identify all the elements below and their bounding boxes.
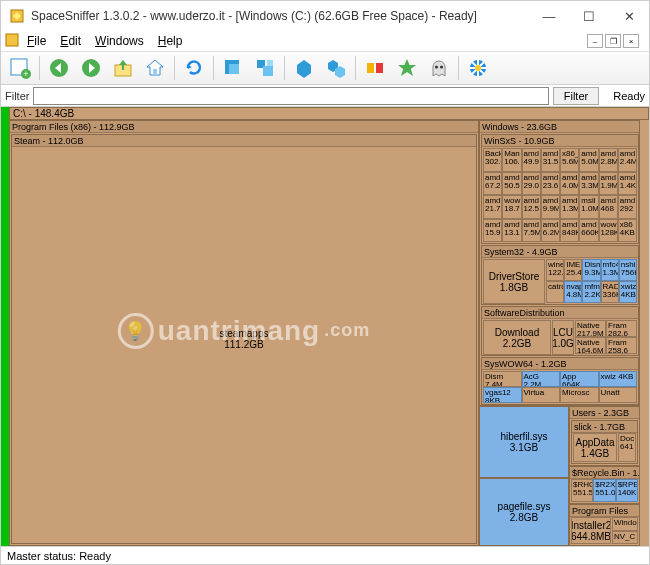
winsxs-cell[interactable]: amd 31.5 [541, 148, 560, 172]
settings-button[interactable] [463, 53, 493, 83]
block-program-files[interactable]: Program Files Installer2644.8MB WindoNV_… [569, 504, 640, 546]
syswow64-cell[interactable]: Virtua [522, 387, 561, 403]
winsxs-cell[interactable]: amd 9.9M [541, 195, 560, 219]
system32-cell[interactable]: xwiz 4KB [619, 281, 637, 303]
detail-less-button[interactable] [289, 53, 319, 83]
progfiles-cell[interactable]: Windo [612, 517, 638, 531]
syswow64-cell[interactable]: xwiz 4KB [599, 371, 638, 387]
root-label[interactable]: C:\ - 148.4GB [9, 107, 649, 120]
winsxs-cell[interactable]: amd 29.0 [522, 172, 541, 196]
tag-button[interactable] [360, 53, 390, 83]
close-button[interactable]: ✕ [609, 1, 649, 31]
winsxs-cell[interactable]: amd 12.5 [522, 195, 541, 219]
system32-cell[interactable]: catro [546, 281, 564, 303]
syswow64-cell[interactable]: App 664K [560, 371, 599, 387]
winsxs-cell[interactable]: amd 23.6 [541, 172, 560, 196]
filter-button[interactable]: Filter [553, 87, 599, 105]
winsxs-cell[interactable]: amd 49.9 [522, 148, 541, 172]
winsxs-cell[interactable]: amd 468 [599, 195, 618, 219]
block-softwaredistribution[interactable]: SoftwareDistribution Download2.2GB LCU1.… [481, 306, 639, 356]
forward-button[interactable] [76, 53, 106, 83]
menu-file[interactable]: File [21, 32, 52, 50]
syswow64-cell[interactable]: Dism 7.4M [483, 371, 522, 387]
syswow64-cell[interactable]: vgas12 8KB [483, 387, 522, 403]
winsxs-cell[interactable]: amd 660K [579, 219, 598, 243]
treemap[interactable]: C:\ - 148.4GB Program Files (x86) - 112.… [9, 107, 649, 546]
zoom-less-button[interactable] [218, 53, 248, 83]
block-lcu[interactable]: LCU1.0G [552, 320, 574, 355]
block-slick[interactable]: slick - 1.7GB AppData1.4GB Doc 641 [571, 420, 638, 464]
winsxs-cell[interactable]: Man 106. [502, 148, 521, 172]
winsxs-cell[interactable]: amd 2.4M [618, 148, 637, 172]
winsxs-cell[interactable]: amd 50.5 [502, 172, 521, 196]
block-users[interactable]: Users - 2.3GB slick - 1.7GB AppData1.4GB… [569, 406, 640, 466]
swdist-cell[interactable]: Fram 282.6 [606, 320, 637, 337]
block-windows[interactable]: Windows - 23.6GB WinSxS - 10.9GB Back 30… [479, 120, 640, 406]
up-button[interactable] [108, 53, 138, 83]
winsxs-cell[interactable]: Back 302.0 [483, 148, 502, 172]
menu-windows[interactable]: Windows [89, 32, 150, 50]
back-button[interactable] [44, 53, 74, 83]
winsxs-cell[interactable]: amd 7.5M [522, 219, 541, 243]
recycle-cell[interactable]: $RHO 551.5 [571, 479, 593, 502]
block-system32[interactable]: System32 - 4.9GB DriverStore1.8GB wine 1… [481, 245, 639, 305]
progfiles-cell[interactable]: NV_C [612, 531, 638, 545]
system32-cell[interactable]: nshi 756K [619, 259, 637, 281]
winsxs-cell[interactable]: amd 15.9 [483, 219, 502, 243]
new-scan-button[interactable]: + [5, 53, 35, 83]
winsxs-cell[interactable]: x86_ 5.6M [560, 148, 579, 172]
system32-cell[interactable]: mfc4 1.3M [601, 259, 619, 281]
winsxs-cell[interactable]: amd 3.3M [579, 172, 598, 196]
detail-more-button[interactable] [321, 53, 351, 83]
ghost-button[interactable] [424, 53, 454, 83]
winsxs-cell[interactable]: x86 4KB [618, 219, 637, 243]
winsxs-cell[interactable]: amd 1.3M [560, 195, 579, 219]
winsxs-cell[interactable]: amd 4.0M [560, 172, 579, 196]
syswow64-cell[interactable]: Microsc [560, 387, 599, 403]
block-hiberfil[interactable]: hiberfil.sys3.1GB [479, 406, 569, 478]
block-steam[interactable]: Steam - 112.0GB steamapps 111.2GB 💡uantr… [11, 134, 477, 544]
mdi-restore-button[interactable]: ❐ [605, 34, 621, 48]
winsxs-cell[interactable]: amd 13.1 [502, 219, 521, 243]
winsxs-cell[interactable]: wow 128K [599, 219, 618, 243]
system32-cell[interactable]: Dism 9.3M [582, 259, 600, 281]
system32-cell[interactable]: RAD 336K [601, 281, 619, 303]
winsxs-cell[interactable]: amd 67.2M [483, 172, 502, 196]
winsxs-cell[interactable]: amd 1.9M [599, 172, 618, 196]
recycle-cell[interactable]: $R2XF 551.0 [593, 479, 615, 502]
winsxs-cell[interactable]: amd 1.4K [618, 172, 637, 196]
maximize-button[interactable]: ☐ [569, 1, 609, 31]
block-driverstore[interactable]: DriverStore1.8GB [483, 259, 545, 304]
winsxs-cell[interactable]: amd 292 [618, 195, 637, 219]
recycle-cell[interactable]: $RPE 140K [616, 479, 638, 502]
winsxs-cell[interactable]: amd 5.0M [579, 148, 598, 172]
filter-input[interactable] [33, 87, 549, 105]
zoom-more-button[interactable] [250, 53, 280, 83]
system32-cell[interactable]: mfm 2.2K [582, 281, 600, 303]
winsxs-cell[interactable]: amd 6.2M [541, 219, 560, 243]
block-download[interactable]: Download2.2GB [483, 320, 551, 355]
system32-cell[interactable]: IME 25.4 [564, 259, 582, 281]
menu-help[interactable]: Help [152, 32, 189, 50]
winsxs-cell[interactable]: amd 2.8M [599, 148, 618, 172]
swdist-cell[interactable]: Native 164.6M [575, 337, 606, 354]
mdi-minimize-button[interactable]: – [587, 34, 603, 48]
block-program-files-x86[interactable]: Program Files (x86) - 112.9GB Steam - 11… [9, 120, 479, 546]
winsxs-cell[interactable]: wow 18.7 [502, 195, 521, 219]
block-pagefile[interactable]: pagefile.sys2.8GB [479, 478, 569, 546]
winsxs-cell[interactable]: amd 21.7 [483, 195, 502, 219]
syswow64-cell[interactable]: AcG 2.2M [522, 371, 561, 387]
block-docs[interactable]: Doc 641 [618, 433, 636, 462]
block-installer2[interactable]: Installer2644.8MB [571, 517, 611, 544]
refresh-button[interactable] [179, 53, 209, 83]
mdi-close-button[interactable]: × [623, 34, 639, 48]
swdist-cell[interactable]: Fram 258.6 [606, 337, 637, 354]
syswow64-cell[interactable]: Unatt [599, 387, 638, 403]
home-button[interactable] [140, 53, 170, 83]
swdist-cell[interactable]: Native 217.9M [575, 320, 606, 337]
block-winsxs[interactable]: WinSxS - 10.9GB Back 302.0Man 106.amd 49… [481, 134, 639, 244]
system32-cell[interactable]: nvap 4.8M [564, 281, 582, 303]
block-recyclebin[interactable]: $Recycle.Bin - 1.5GB $RHO 551.5$R2XF 551… [569, 466, 640, 504]
star-button[interactable] [392, 53, 422, 83]
system32-cell[interactable]: wine 122. [546, 259, 564, 281]
